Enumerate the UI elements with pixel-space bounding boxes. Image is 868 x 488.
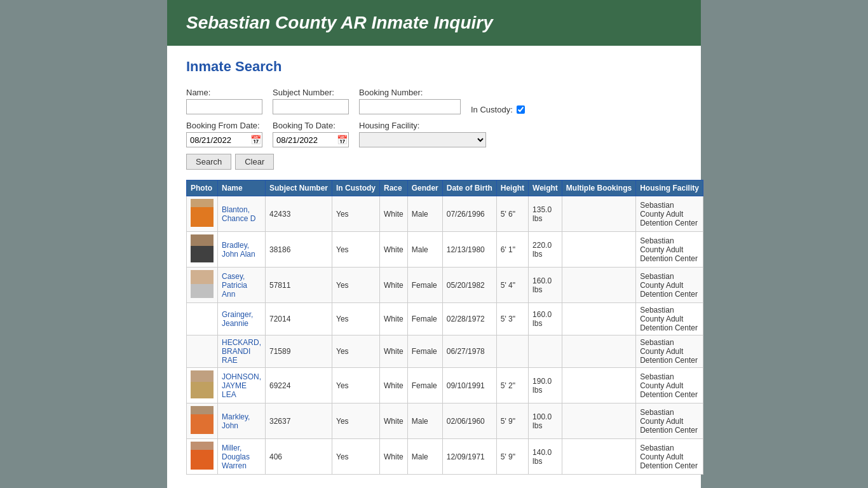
table-header-row: PhotoNameSubject NumberIn CustodyRaceGen…: [187, 180, 703, 196]
main-content: Inmate Search Name: Subject Number: Book…: [167, 46, 701, 488]
photo-cell: [187, 368, 218, 403]
weight-cell: 190.0 lbs: [529, 368, 562, 403]
housing-facility-cell: Sebastian County Adult Detention Center: [636, 439, 703, 475]
table-header-cell: Housing Facility: [636, 180, 703, 196]
form-row-1: Name: Subject Number: Booking Number: In…: [186, 88, 682, 114]
race-cell: White: [380, 368, 408, 403]
table-header-cell: Subject Number: [266, 180, 332, 196]
housing-facility-cell: Sebastian County Adult Detention Center: [636, 268, 703, 303]
dob-cell: 02/28/1972: [442, 303, 496, 336]
inmate-photo: [191, 442, 214, 470]
height-cell: [496, 336, 528, 368]
inmate-photo: [191, 199, 214, 227]
race-cell: White: [380, 268, 408, 303]
name-cell: JOHNSON, JAYME LEA: [218, 368, 266, 403]
gender-cell: Female: [407, 336, 442, 368]
table-row: Miller, Douglas Warren406YesWhiteMale12/…: [187, 439, 703, 475]
photo-cell: [187, 232, 218, 268]
dob-cell: 07/26/1996: [442, 196, 496, 232]
inmate-name-link[interactable]: Markley, John: [222, 412, 250, 430]
table-row: Blanton, Chance D42433YesWhiteMale07/26/…: [187, 196, 703, 232]
weight-cell: 220.0 lbs: [529, 232, 562, 268]
housing-facility-cell: Sebastian County Adult Detention Center: [636, 303, 703, 336]
inmate-name-link[interactable]: Blanton, Chance D: [222, 205, 255, 223]
booking-to-label: Booking To Date:: [273, 121, 349, 130]
weight-cell: 160.0 lbs: [529, 268, 562, 303]
booking-number-label: Booking Number:: [359, 88, 461, 97]
height-cell: 6' 1": [496, 232, 528, 268]
clear-button[interactable]: Clear: [235, 154, 274, 170]
in-custody-label: In Custody:: [471, 105, 513, 114]
multiple-bookings-cell: [562, 368, 635, 403]
housing-facility-cell: Sebastian County Adult Detention Center: [636, 403, 703, 439]
inmate-name-link[interactable]: Miller, Douglas Warren: [222, 444, 250, 470]
name-cell: Markley, John: [218, 403, 266, 439]
housing-facility-field-group: Housing Facility:: [359, 121, 486, 147]
subject-number-cell: 42433: [266, 196, 332, 232]
race-cell: White: [380, 196, 408, 232]
name-input[interactable]: [186, 99, 262, 114]
booking-from-date-wrapper: 📅: [186, 132, 262, 147]
weight-cell: 140.0 lbs: [529, 439, 562, 475]
name-field-group: Name:: [186, 88, 262, 114]
inmate-name-link[interactable]: Casey, Patricia Ann: [222, 272, 247, 299]
inmate-name-link[interactable]: JOHNSON, JAYME LEA: [222, 372, 261, 399]
in-custody-checkbox[interactable]: [517, 105, 525, 114]
name-cell: Grainger, Jeannie: [218, 303, 266, 336]
subject-number-cell: 32637: [266, 403, 332, 439]
table-header-cell: Name: [218, 180, 266, 196]
dob-cell: 05/20/1982: [442, 268, 496, 303]
photo-cell: [187, 439, 218, 475]
inmate-photo: [191, 270, 214, 298]
gender-cell: Male: [407, 196, 442, 232]
housing-facility-cell: Sebastian County Adult Detention Center: [636, 368, 703, 403]
table-row: Markley, John32637YesWhiteMale02/06/1960…: [187, 403, 703, 439]
inmate-name-link[interactable]: Grainger, Jeannie: [222, 310, 253, 328]
housing-facility-select[interactable]: [359, 132, 486, 147]
inmate-photo: [191, 370, 214, 398]
housing-facility-cell: Sebastian County Adult Detention Center: [636, 196, 703, 232]
table-header-cell: Multiple Bookings: [562, 180, 635, 196]
housing-facility-cell: Sebastian County Adult Detention Center: [636, 232, 703, 268]
table-body: Blanton, Chance D42433YesWhiteMale07/26/…: [187, 196, 703, 475]
name-cell: Miller, Douglas Warren: [218, 439, 266, 475]
table-row: Grainger, Jeannie72014YesWhiteFemale02/2…: [187, 303, 703, 336]
booking-to-date-wrapper: 📅: [273, 132, 349, 147]
subject-number-cell: 72014: [266, 303, 332, 336]
site-title: Sebastian County AR Inmate Inquiry: [186, 13, 682, 33]
name-cell: Blanton, Chance D: [218, 196, 266, 232]
gender-cell: Female: [407, 303, 442, 336]
subject-number-label: Subject Number:: [273, 88, 349, 97]
booking-to-calendar-icon[interactable]: 📅: [336, 134, 348, 146]
race-cell: White: [380, 403, 408, 439]
form-row-2: Booking From Date: 📅 Booking To Date: 📅 …: [186, 121, 682, 147]
race-cell: White: [380, 232, 408, 268]
gender-cell: Male: [407, 403, 442, 439]
table-row: Casey, Patricia Ann57811YesWhiteFemale05…: [187, 268, 703, 303]
booking-from-field-group: Booking From Date: 📅: [186, 121, 262, 147]
subject-number-input[interactable]: [273, 99, 349, 114]
inmate-name-link[interactable]: Bradley, John Alan: [222, 241, 255, 259]
photo-cell: [187, 303, 218, 336]
gender-cell: Male: [407, 232, 442, 268]
race-cell: White: [380, 439, 408, 475]
name-cell: Bradley, John Alan: [218, 232, 266, 268]
dob-cell: 02/06/1960: [442, 403, 496, 439]
booking-number-input[interactable]: [359, 99, 461, 114]
dob-cell: 12/13/1980: [442, 232, 496, 268]
in-custody-cell: Yes: [332, 368, 380, 403]
height-cell: 5' 3": [496, 303, 528, 336]
multiple-bookings-cell: [562, 336, 635, 368]
height-cell: 5' 2": [496, 368, 528, 403]
subject-number-cell: 71589: [266, 336, 332, 368]
inmate-name-link[interactable]: HECKARD, BRANDI RAE: [222, 338, 261, 365]
height-cell: 5' 9": [496, 403, 528, 439]
table-header-cell: Race: [380, 180, 408, 196]
booking-from-calendar-icon[interactable]: 📅: [250, 134, 261, 146]
multiple-bookings-cell: [562, 439, 635, 475]
search-button[interactable]: Search: [186, 154, 231, 170]
height-cell: 5' 6": [496, 196, 528, 232]
multiple-bookings-cell: [562, 196, 635, 232]
race-cell: White: [380, 303, 408, 336]
subject-number-field-group: Subject Number:: [273, 88, 349, 114]
